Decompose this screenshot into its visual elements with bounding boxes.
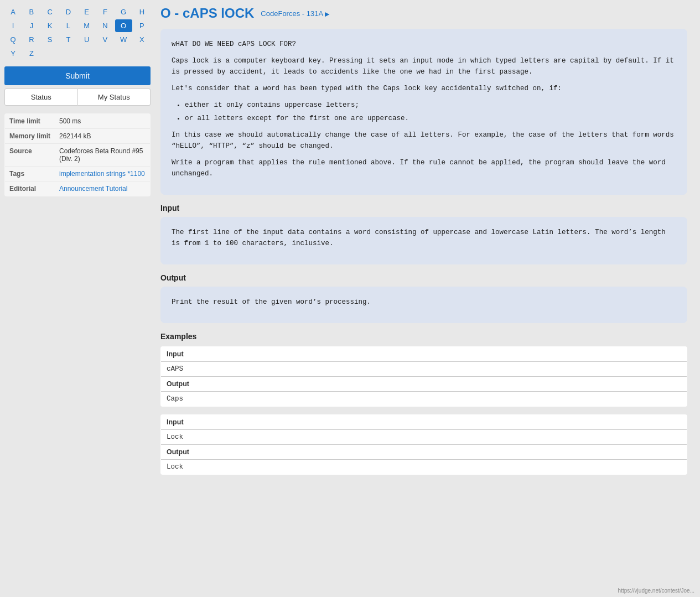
- alpha-cell-E[interactable]: E: [78, 6, 95, 18]
- example-output-label-1: Output: [161, 377, 687, 392]
- example-output-value-2: Lock: [161, 460, 687, 475]
- cf-link-text: CodeForces - 131A: [261, 9, 323, 18]
- my-status-button[interactable]: My Status: [78, 89, 151, 106]
- output-section-label: Output: [160, 273, 687, 282]
- main-content: O - cAPS lOCK CodeForces - 131A ▶ wHAT D…: [155, 0, 697, 597]
- example-input-label-2: Input: [161, 415, 687, 430]
- paragraph3: In this case we should automatically cha…: [172, 129, 676, 152]
- status-buttons: Status My Status: [4, 89, 151, 106]
- tags-value: implementation strings *1100: [55, 167, 150, 181]
- memory-limit-row: Memory limit 262144 kB: [5, 129, 151, 144]
- alpha-cell-N[interactable]: N: [96, 19, 113, 32]
- examples-label: Examples: [160, 332, 687, 341]
- example-input-value-1: cAPS: [161, 362, 687, 377]
- bullet1: either it only contains uppercase letter…: [185, 100, 676, 111]
- alpha-cell-A[interactable]: A: [4, 6, 22, 18]
- input-box: The first line of the input data contain…: [160, 217, 687, 264]
- bullet-list: either it only contains uppercase letter…: [185, 100, 676, 124]
- alpha-cell-D[interactable]: D: [60, 6, 77, 18]
- example-output-value-row-1: Caps: [161, 392, 687, 407]
- alpha-cell-Y[interactable]: Y: [4, 47, 22, 60]
- problem-info-table: Time limit 500 ms Memory limit 262144 kB…: [4, 113, 151, 196]
- external-link-icon: ▶: [325, 11, 329, 17]
- source-value: Codeforces Beta Round #95 (Div. 2): [55, 144, 150, 167]
- example-input-header-1: Input: [161, 347, 687, 362]
- example-output-value-1: Caps: [161, 392, 687, 407]
- example-output-value-row-2: Lock: [161, 460, 687, 475]
- alpha-cell-M[interactable]: M: [78, 19, 95, 32]
- example-table-1: Input cAPS Output Caps: [160, 346, 687, 407]
- tags-label: Tags: [5, 167, 55, 181]
- alpha-cell-Q[interactable]: Q: [4, 33, 22, 46]
- source-label: Source: [5, 144, 55, 167]
- memory-limit-label: Memory limit: [5, 129, 55, 144]
- paragraph4: Write a program that applies the rule me…: [172, 157, 676, 179]
- time-limit-value: 500 ms: [55, 114, 150, 129]
- example-input-value-2: Lock: [161, 430, 687, 445]
- tags-row: Tags implementation strings *1100: [5, 167, 151, 181]
- alpha-cell-S[interactable]: S: [42, 33, 59, 46]
- editorial-row: Editorial Announcement Tutorial: [5, 181, 151, 196]
- alpha-cell-K[interactable]: K: [42, 19, 59, 32]
- output-text: Print the result of the given word’s pro…: [172, 297, 676, 308]
- bullet2: or all letters except for the first one …: [185, 113, 676, 124]
- alpha-cell-W[interactable]: W: [115, 33, 132, 46]
- output-box: Print the result of the given word’s pro…: [160, 287, 687, 323]
- editorial-value: Announcement Tutorial: [55, 181, 150, 196]
- alpha-cell-I[interactable]: I: [4, 19, 22, 32]
- example-input-value-row-1: cAPS: [161, 362, 687, 377]
- example-input-header-2: Input: [161, 415, 687, 430]
- example-table-2: Input Lock Output Lock: [160, 414, 687, 475]
- alpha-cell-L[interactable]: L: [60, 19, 77, 32]
- example-output-header-1: Output: [161, 377, 687, 392]
- time-limit-label: Time limit: [5, 114, 55, 129]
- alphabet-grid: ABCDEFGHIJKLMNOPQRSTUVWXYZ: [4, 6, 151, 60]
- editorial-link[interactable]: Announcement Tutorial: [59, 185, 127, 193]
- example-output-header-2: Output: [161, 445, 687, 460]
- alpha-cell-F[interactable]: F: [96, 6, 113, 18]
- examples-container: Input cAPS Output Caps Input Lock Output: [160, 346, 687, 475]
- alpha-cell-Z[interactable]: Z: [23, 47, 40, 60]
- input-section-label: Input: [160, 204, 687, 212]
- status-button[interactable]: Status: [4, 89, 78, 106]
- alpha-cell-R[interactable]: R: [23, 33, 40, 46]
- memory-limit-value: 262144 kB: [55, 129, 150, 144]
- problem-title: O - cAPS lOCK: [160, 6, 254, 21]
- problem-statement-box: wHAT DO WE NEED cAPS LOCK FOR? Caps lock…: [160, 29, 687, 195]
- alpha-cell-B[interactable]: B: [23, 6, 40, 18]
- time-limit-row: Time limit 500 ms: [5, 114, 151, 129]
- statement-heading: wHAT DO WE NEED cAPS LOCK FOR?: [172, 39, 676, 50]
- submit-button[interactable]: Submit: [4, 66, 151, 85]
- problem-title-bar: O - cAPS lOCK CodeForces - 131A ▶: [160, 6, 687, 21]
- source-row: Source Codeforces Beta Round #95 (Div. 2…: [5, 144, 151, 167]
- alpha-cell-U[interactable]: U: [78, 33, 95, 46]
- alpha-cell-O[interactable]: O: [115, 19, 132, 32]
- example-input-value-row-2: Lock: [161, 430, 687, 445]
- alpha-cell-H[interactable]: H: [133, 6, 151, 18]
- editorial-label: Editorial: [5, 181, 55, 196]
- example-input-label-1: Input: [161, 347, 687, 362]
- alpha-cell-V[interactable]: V: [96, 33, 113, 46]
- alpha-cell-T[interactable]: T: [60, 33, 77, 46]
- paragraph1: Caps lock is a computer keyboard key. Pr…: [172, 55, 676, 77]
- codeforces-link[interactable]: CodeForces - 131A ▶: [261, 9, 329, 18]
- alpha-cell-G[interactable]: G: [115, 6, 132, 18]
- sidebar: ABCDEFGHIJKLMNOPQRSTUVWXYZ Submit Status…: [0, 0, 155, 597]
- bottom-url: https://vjudge.net/contest/Joe...: [618, 588, 694, 594]
- alpha-cell-P[interactable]: P: [133, 19, 151, 32]
- alpha-cell-J[interactable]: J: [23, 19, 40, 32]
- example-output-label-2: Output: [161, 445, 687, 460]
- input-text: The first line of the input data contain…: [172, 227, 676, 249]
- paragraph2: Let's consider that a word has been type…: [172, 83, 676, 94]
- tags-link[interactable]: implementation strings *1100: [59, 170, 145, 178]
- alpha-cell-C[interactable]: C: [42, 6, 59, 18]
- alpha-cell-X[interactable]: X: [133, 33, 151, 46]
